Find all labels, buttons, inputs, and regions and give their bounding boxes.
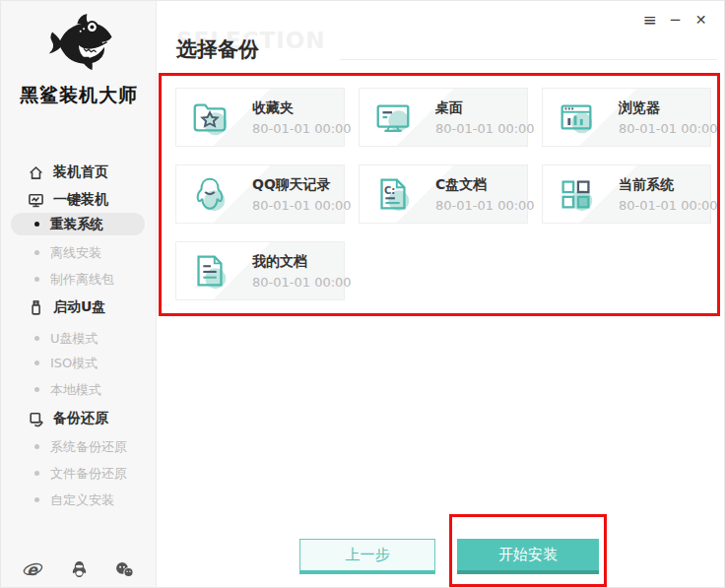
page-title: 选择备份 <box>176 35 259 63</box>
sidebar-footer: e <box>1 559 157 580</box>
desktop-icon <box>372 97 414 138</box>
backup-card-favorites[interactable]: 收藏夹 80-01-01 00:00 <box>175 88 345 147</box>
favorites-folder-icon <box>189 97 231 138</box>
sidebar-item-boot-usb[interactable]: 启动U盘 <box>28 295 105 319</box>
bullet-icon <box>34 387 39 392</box>
bullet-icon <box>34 277 39 282</box>
backup-card-current-system[interactable]: 当前系统 80-01-01 00:00 <box>542 164 711 224</box>
sidebar-item-label: 本地模式 <box>50 381 101 399</box>
home-icon <box>28 164 44 181</box>
sidebar-item-label: 制作离线包 <box>50 271 114 289</box>
sidebar-item-install-home[interactable]: 装机首页 <box>28 161 108 184</box>
card-date: 80-01-01 00:00 <box>619 121 718 136</box>
bullet-icon <box>34 222 39 227</box>
start-install-button[interactable]: 开始安装 <box>457 539 599 574</box>
sidebar-item-label: 重装系统 <box>50 216 103 233</box>
bullet-icon <box>34 444 39 449</box>
card-date: 80-01-01 00:00 <box>252 198 352 213</box>
sidebar-item-label: 启动U盘 <box>53 298 105 316</box>
app-logo: 黑鲨装机大师 <box>1 9 157 104</box>
card-title: C盘文档 <box>435 176 535 194</box>
sidebar-item-label: 离线安装 <box>50 244 101 262</box>
c-drive-doc-icon: C: <box>372 173 414 215</box>
sidebar-item-label: 备份还原 <box>53 410 108 427</box>
sidebar-item-local-mode[interactable]: 本地模式 <box>11 378 145 401</box>
card-title: 浏览器 <box>619 99 718 117</box>
sidebar-item-label: U盘模式 <box>50 330 99 348</box>
card-date: 80-01-01 00:00 <box>435 198 535 213</box>
bullet-icon <box>34 497 39 502</box>
backup-card-browser[interactable]: 浏览器 80-01-01 00:00 <box>542 88 711 147</box>
svg-text:C:: C: <box>384 185 395 196</box>
sidebar-item-custom-install[interactable]: 自定义安装 <box>11 489 145 511</box>
card-title: 我的文档 <box>252 253 352 271</box>
window-menu-icon[interactable]: ≡ <box>640 9 659 31</box>
shark-logo-icon <box>37 9 120 82</box>
usb-drive-icon <box>28 299 44 316</box>
qq-icon[interactable] <box>69 559 90 580</box>
app-title: 黑鲨装机大师 <box>1 86 157 104</box>
one-key-install-icon <box>28 192 44 209</box>
bullet-icon <box>34 250 39 255</box>
sidebar-item-label: 一键装机 <box>53 191 108 209</box>
card-title: 当前系统 <box>619 176 718 194</box>
bullet-icon <box>34 336 39 341</box>
bullet-icon <box>34 360 39 365</box>
wechat-icon[interactable] <box>114 559 135 580</box>
bullet-icon <box>34 471 39 476</box>
sidebar-item-system-backup-restore[interactable]: 系统备份还原 <box>11 435 145 458</box>
card-date: 80-01-01 00:00 <box>619 198 718 213</box>
sidebar-item-offline-install[interactable]: 离线安装 <box>11 241 145 264</box>
minimize-icon[interactable]: − <box>666 9 685 31</box>
card-date: 80-01-01 00:00 <box>435 121 535 136</box>
app-window: 黑鲨装机大师 装机首页 一键装机 重装系统 离线安装 制作 <box>0 0 725 588</box>
sidebar-item-label: 装机首页 <box>53 163 108 181</box>
sidebar-item-label: 系统备份还原 <box>50 438 127 456</box>
sidebar-item-usb-mode[interactable]: U盘模式 <box>11 327 145 350</box>
backup-card-c-drive-docs[interactable]: C: C盘文档 80-01-01 00:00 <box>359 164 528 224</box>
sidebar-item-one-key-install[interactable]: 一键装机 <box>28 188 108 212</box>
sidebar-item-label: 文件备份还原 <box>50 465 127 483</box>
backup-card-qq-chat[interactable]: QQ聊天记录 80-01-01 00:00 <box>175 164 345 224</box>
card-date: 80-01-01 00:00 <box>252 275 352 290</box>
card-title: QQ聊天记录 <box>252 176 352 194</box>
close-icon[interactable]: ✕ <box>692 9 710 31</box>
sidebar-item-file-backup-restore[interactable]: 文件备份还原 <box>11 462 145 485</box>
card-date: 80-01-01 00:00 <box>252 121 352 136</box>
sidebar-item-label: 自定义安装 <box>50 491 114 509</box>
ie-browser-icon[interactable]: e <box>23 559 43 580</box>
sidebar-item-reinstall-system[interactable]: 重装系统 <box>11 213 145 235</box>
backup-restore-icon <box>28 411 44 427</box>
svg-text:e: e <box>27 560 38 579</box>
previous-step-button[interactable]: 上一步 <box>299 539 435 574</box>
qq-chat-icon <box>189 173 231 215</box>
sidebar-item-label: ISO模式 <box>50 355 98 372</box>
backup-card-desktop[interactable]: 桌面 80-01-01 00:00 <box>359 88 528 147</box>
browser-icon <box>556 97 597 138</box>
current-system-icon <box>556 173 597 215</box>
backup-card-my-documents[interactable]: 我的文档 80-01-01 00:00 <box>175 241 345 300</box>
sidebar-item-make-offline-pack[interactable]: 制作离线包 <box>11 268 145 291</box>
card-title: 桌面 <box>435 99 535 117</box>
sidebar-item-backup-restore[interactable]: 备份还原 <box>28 407 108 430</box>
window-controls: ≡ − ✕ <box>640 9 710 31</box>
my-documents-icon <box>189 250 231 292</box>
title-divider <box>340 59 717 60</box>
card-title: 收藏夹 <box>252 99 352 117</box>
sidebar: 黑鲨装机大师 装机首页 一键装机 重装系统 离线安装 制作 <box>1 1 157 588</box>
sidebar-item-iso-mode[interactable]: ISO模式 <box>11 352 145 374</box>
